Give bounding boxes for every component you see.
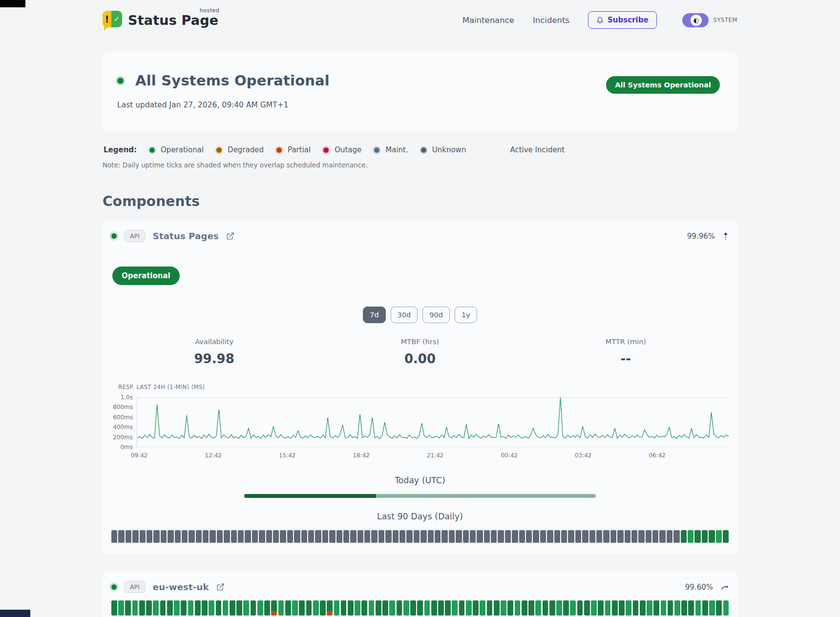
uptime-tick[interactable] bbox=[264, 600, 270, 616]
uptime-tick[interactable] bbox=[403, 600, 409, 616]
uptime-tick[interactable] bbox=[647, 600, 652, 616]
uptime-tick[interactable] bbox=[598, 600, 604, 616]
uptime-tick[interactable] bbox=[480, 600, 485, 616]
uptime-tick[interactable] bbox=[385, 530, 391, 543]
nav-maintenance[interactable]: Maintenance bbox=[462, 16, 514, 25]
uptime-tick[interactable] bbox=[568, 530, 574, 543]
uptime-tick[interactable] bbox=[638, 530, 644, 543]
uptime-tick[interactable] bbox=[633, 600, 639, 616]
uptime-tick[interactable] bbox=[355, 600, 360, 616]
uptime-tick[interactable] bbox=[174, 600, 180, 616]
uptime-tick[interactable] bbox=[196, 530, 202, 543]
uptime-tick[interactable] bbox=[299, 600, 305, 616]
brand-logo[interactable]: ! ✓ Status Page hosted bbox=[103, 11, 218, 29]
uptime-tick[interactable] bbox=[243, 600, 249, 616]
uptime-tick[interactable] bbox=[428, 530, 434, 543]
uptime-tick[interactable] bbox=[673, 530, 679, 543]
uptime-tick[interactable] bbox=[287, 530, 293, 543]
uptime-tick[interactable] bbox=[591, 600, 597, 616]
uptime-tick[interactable] bbox=[406, 530, 412, 543]
uptime-tick[interactable] bbox=[694, 530, 700, 543]
uptime-tick[interactable] bbox=[125, 600, 131, 616]
uptime-tick[interactable] bbox=[716, 600, 722, 616]
uptime-tick[interactable] bbox=[596, 530, 602, 543]
uptime-tick[interactable] bbox=[327, 600, 333, 616]
uptime-tick[interactable] bbox=[378, 530, 384, 543]
uptime-tick[interactable] bbox=[702, 600, 708, 616]
uptime-tick[interactable] bbox=[175, 530, 181, 543]
uptime-tick[interactable] bbox=[646, 530, 651, 543]
uptime-tick[interactable] bbox=[498, 530, 504, 543]
uptime-tick[interactable] bbox=[653, 600, 659, 616]
uptime-tick[interactable] bbox=[189, 530, 194, 543]
uptime-tick[interactable] bbox=[266, 530, 272, 543]
uptime-tick[interactable] bbox=[334, 600, 340, 616]
uptime-tick[interactable] bbox=[313, 600, 319, 616]
uptime-tick[interactable] bbox=[306, 600, 312, 616]
range-7d-button[interactable]: 7d bbox=[363, 307, 385, 323]
uptime-tick[interactable] bbox=[132, 530, 138, 543]
uptime-tick[interactable] bbox=[452, 600, 458, 616]
uptime-tick[interactable] bbox=[271, 600, 277, 616]
uptime-tick[interactable] bbox=[417, 600, 423, 616]
uptime-tick[interactable] bbox=[382, 600, 388, 616]
uptime-tick[interactable] bbox=[369, 600, 375, 616]
uptime-tick[interactable] bbox=[688, 600, 694, 616]
uptime-tick[interactable] bbox=[397, 600, 402, 616]
uptime-tick[interactable] bbox=[610, 530, 616, 543]
uptime-tick[interactable] bbox=[257, 600, 263, 616]
uptime-tick[interactable] bbox=[709, 530, 714, 543]
uptime-tick[interactable] bbox=[575, 530, 581, 543]
uptime-tick[interactable] bbox=[512, 530, 518, 543]
uptime-tick[interactable] bbox=[438, 600, 444, 616]
uptime-tick[interactable] bbox=[139, 600, 145, 616]
uptime-tick[interactable] bbox=[371, 530, 377, 543]
uptime-tick[interactable] bbox=[543, 600, 548, 616]
uptime-tick[interactable] bbox=[519, 530, 525, 543]
uptime-tick[interactable] bbox=[515, 600, 521, 616]
uptime-tick[interactable] bbox=[181, 600, 187, 616]
uptime-tick[interactable] bbox=[449, 530, 455, 543]
uptime-tick[interactable] bbox=[535, 600, 541, 616]
uptime-tick[interactable] bbox=[202, 600, 208, 616]
uptime-tick[interactable] bbox=[399, 530, 405, 543]
uptime-tick[interactable] bbox=[224, 530, 230, 543]
uptime-tick[interactable] bbox=[322, 530, 328, 543]
uptime-tick[interactable] bbox=[688, 530, 693, 543]
uptime-tick[interactable] bbox=[361, 600, 367, 616]
uptime-tick[interactable] bbox=[217, 530, 223, 543]
uptime-tick[interactable] bbox=[556, 600, 562, 616]
uptime-tick[interactable] bbox=[501, 600, 506, 616]
uptime-tick[interactable] bbox=[259, 530, 265, 543]
uptime-tick[interactable] bbox=[716, 530, 722, 543]
uptime-tick[interactable] bbox=[563, 600, 569, 616]
uptime-tick[interactable] bbox=[681, 530, 687, 543]
uptime-tick[interactable] bbox=[280, 530, 286, 543]
uptime-tick[interactable] bbox=[526, 530, 532, 543]
uptime-tick[interactable] bbox=[111, 530, 117, 543]
uptime-tick[interactable] bbox=[414, 530, 420, 543]
uptime-tick[interactable] bbox=[203, 530, 209, 543]
uptime-tick[interactable] bbox=[661, 600, 667, 616]
uptime-tick[interactable] bbox=[132, 600, 138, 616]
uptime-tick[interactable] bbox=[674, 600, 680, 616]
uptime-tick[interactable] bbox=[301, 530, 307, 543]
uptime-tick[interactable] bbox=[160, 600, 166, 616]
uptime-tick[interactable] bbox=[477, 530, 483, 543]
uptime-tick[interactable] bbox=[341, 600, 347, 616]
uptime-tick[interactable] bbox=[582, 530, 588, 543]
collapse-up-arrow-icon[interactable] bbox=[723, 232, 729, 240]
uptime-tick[interactable] bbox=[652, 530, 658, 543]
uptime-tick[interactable] bbox=[308, 530, 314, 543]
uptime-tick[interactable] bbox=[431, 600, 437, 616]
uptime-tick[interactable] bbox=[118, 600, 124, 616]
uptime-tick[interactable] bbox=[561, 530, 567, 543]
uptime-tick[interactable] bbox=[126, 530, 131, 543]
uptime-tick[interactable] bbox=[554, 530, 560, 543]
uptime-tick[interactable] bbox=[484, 530, 490, 543]
uptime-tick[interactable] bbox=[631, 530, 637, 543]
uptime-tick[interactable] bbox=[640, 600, 646, 616]
uptime-tick[interactable] bbox=[364, 530, 370, 543]
uptime-tick[interactable] bbox=[140, 530, 146, 543]
uptime-tick[interactable] bbox=[231, 530, 237, 543]
